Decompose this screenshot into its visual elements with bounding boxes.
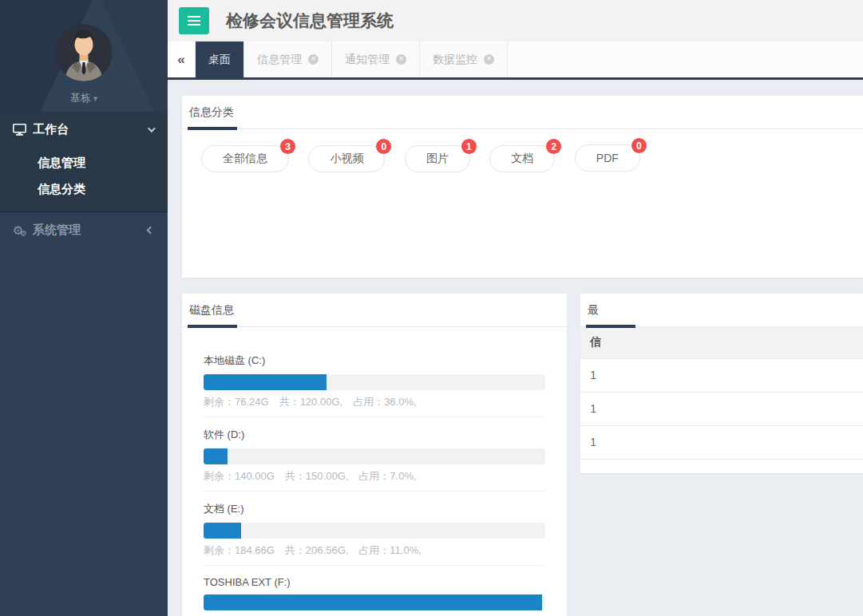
category-label: PDF: [596, 152, 619, 164]
disk-stats: 剩余：184.66G 共：206.56G, 占用：11.0%,: [204, 543, 545, 558]
disk-stats: 剩余：140.00G 共：150.00G, 占用：7.0%,: [204, 469, 545, 484]
disk-row-d: 软件 (D:) 剩余：140.00G 共：150.00G, 占用：7.0%,: [204, 428, 545, 492]
panel-title: 最: [588, 303, 599, 318]
category-label: 文档: [511, 152, 533, 166]
avatar-illustration: [55, 24, 113, 81]
disk-row-f: TOSHIBA EXT (F:) 剩余：20.45G 共：1863.01G, 占…: [204, 576, 545, 616]
disk-name: 软件 (D:): [204, 428, 545, 442]
panel-title: 磁盘信息: [189, 303, 234, 318]
category-button-pdf[interactable]: PDF 0: [575, 144, 640, 172]
tab-label: 数据监控: [433, 53, 477, 67]
category-label: 小视频: [330, 152, 363, 166]
sidebar-item-info-management[interactable]: 信息管理: [0, 149, 168, 176]
table-row[interactable]: 1: [580, 358, 863, 392]
count-badge: 0: [376, 139, 391, 154]
disk-progress-track: [204, 448, 545, 464]
tab-data-monitor[interactable]: 数据监控: [420, 41, 508, 77]
caret-down-icon: ▾: [93, 93, 98, 103]
close-icon[interactable]: [308, 54, 319, 65]
latest-info-panel: 最 信 1 1 1: [580, 294, 863, 473]
disk-progress-track: [204, 523, 545, 539]
disk-progress-fill: [204, 523, 241, 539]
panel-header: 最: [580, 294, 863, 327]
category-button-doc[interactable]: 文档 2: [489, 145, 555, 172]
disk-progress-track: [204, 594, 545, 610]
tab-label: 桌面: [208, 53, 231, 67]
count-badge: 2: [546, 139, 561, 154]
username: 基栋: [70, 92, 91, 104]
sidebar-item-info-category[interactable]: 信息分类: [0, 176, 168, 202]
table-cell: 1: [580, 358, 863, 392]
latest-info-table: 信 1 1 1: [580, 327, 863, 460]
sidebar-item-system-management[interactable]: ⚙⚙ 系统管理: [0, 212, 168, 247]
disk-name: 本地磁盘 (C:): [204, 353, 545, 368]
disk-stats: 剩余：76.24G 共：120.00G, 占用：36.0%,: [204, 395, 545, 409]
sidebar: 基栋▾ 工作台 信息管理 信息分类 ⚙⚙ 系统管理: [0, 0, 168, 616]
table-row[interactable]: 1: [580, 425, 863, 459]
disk-row-c: 本地磁盘 (C:) 剩余：76.24G 共：120.00G, 占用：36.0%,: [204, 353, 545, 417]
profile-section: 基栋▾: [0, 0, 168, 112]
close-icon[interactable]: [484, 54, 494, 65]
disk-list: 本地磁盘 (C:) 剩余：76.24G 共：120.00G, 占用：36.0%,…: [182, 327, 567, 616]
tab-label: 通知管理: [345, 53, 390, 67]
chevron-down-icon: [148, 124, 156, 132]
disk-name: TOSHIBA EXT (F:): [204, 576, 545, 588]
user-dropdown[interactable]: 基栋▾: [0, 91, 168, 105]
info-category-panel: 信息分类 全部信息 3 小视频 0 图片 1 文档 2 PDF 0: [182, 96, 863, 278]
workbench-submenu: 信息管理 信息分类: [0, 148, 168, 211]
table-cell: 1: [580, 425, 863, 459]
nav-group-workbench: 工作台 信息管理 信息分类: [0, 112, 168, 212]
disk-progress-fill: [204, 374, 327, 390]
disk-progress-fill: [204, 448, 228, 464]
tab-desktop[interactable]: 桌面: [196, 41, 244, 77]
tabs-scroll-left-button[interactable]: «: [168, 41, 196, 77]
table-header-cell: 信: [580, 327, 863, 358]
tab-info-management[interactable]: 信息管理: [244, 41, 332, 77]
category-button-video[interactable]: 小视频 0: [308, 145, 385, 172]
category-button-all[interactable]: 全部信息 3: [201, 145, 289, 172]
disk-name: 文档 (E:): [204, 502, 545, 516]
category-label: 全部信息: [223, 152, 267, 166]
sidebar-item-label: 工作台: [33, 122, 148, 137]
table-cell: 1: [580, 392, 863, 425]
count-badge: 3: [280, 139, 295, 154]
main-content: 信息分类 全部信息 3 小视频 0 图片 1 文档 2 PDF 0: [168, 80, 863, 616]
tab-notice-management[interactable]: 通知管理: [332, 41, 420, 77]
app-title: 检修会议信息管理系统: [226, 10, 394, 32]
gears-icon: ⚙⚙: [13, 224, 30, 236]
panel-header: 磁盘信息: [182, 294, 567, 327]
category-button-image[interactable]: 图片 1: [405, 145, 470, 172]
sidebar-item-label: 系统管理: [33, 223, 148, 238]
disk-row-e: 文档 (E:) 剩余：184.66G 共：206.56G, 占用：11.0%,: [204, 502, 545, 566]
tab-label: 信息管理: [257, 53, 302, 67]
chevron-left-icon: [147, 226, 155, 234]
avatar: [55, 24, 113, 81]
category-label: 图片: [426, 152, 449, 166]
tab-bar: « 桌面 信息管理 通知管理 数据监控: [168, 41, 863, 80]
count-badge: 1: [461, 139, 477, 154]
panel-title: 信息分类: [189, 105, 234, 120]
category-buttons: 全部信息 3 小视频 0 图片 1 文档 2 PDF 0: [182, 129, 863, 188]
top-header: 检修会议信息管理系统: [168, 0, 863, 41]
count-badge: 0: [631, 138, 647, 153]
disk-progress-track: [204, 374, 545, 390]
sidebar-item-workbench[interactable]: 工作台: [0, 112, 168, 148]
monitor-icon: [13, 124, 30, 136]
close-icon[interactable]: [396, 54, 406, 65]
table-row[interactable]: 1: [580, 392, 863, 425]
panel-header: 信息分类: [182, 96, 863, 129]
disk-info-panel: 磁盘信息 本地磁盘 (C:) 剩余：76.24G 共：120.00G, 占用：3…: [182, 294, 567, 616]
menu-toggle-button[interactable]: [179, 7, 209, 34]
disk-progress-fill: [204, 594, 542, 610]
